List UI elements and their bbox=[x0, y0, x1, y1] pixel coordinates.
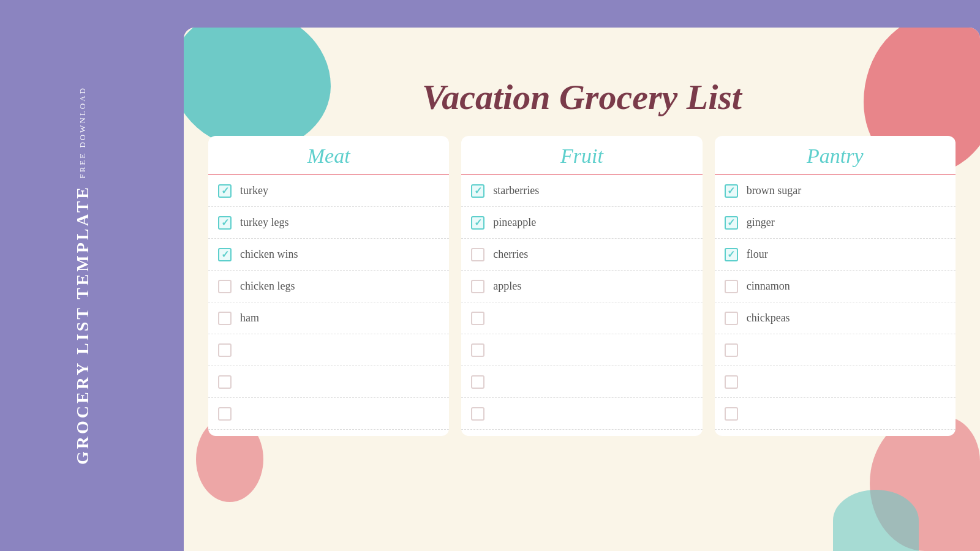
list-item: apples bbox=[461, 271, 702, 302]
checkbox-fruit-1[interactable]: ✓ bbox=[471, 216, 484, 230]
empty-row bbox=[461, 302, 702, 334]
item-text-pantry-2: flour bbox=[747, 248, 768, 261]
checkbox-meat-5[interactable] bbox=[218, 343, 232, 357]
meat-column: Meat ✓ turkey ✓ turkey legs ✓ chicken wi… bbox=[208, 136, 449, 436]
empty-row bbox=[461, 398, 702, 430]
empty-row bbox=[715, 398, 956, 430]
checkbox-meat-7[interactable] bbox=[218, 407, 232, 421]
list-item: ✓ turkey bbox=[208, 175, 449, 207]
columns-container: Meat ✓ turkey ✓ turkey legs ✓ chicken wi… bbox=[184, 136, 980, 436]
item-text-fruit-3: apples bbox=[493, 280, 521, 293]
checkmark-icon: ✓ bbox=[474, 185, 482, 197]
list-item: ✓ starberries bbox=[461, 175, 702, 207]
list-item: cinnamon bbox=[715, 271, 956, 302]
item-text-meat-2: chicken wins bbox=[240, 248, 298, 261]
checkbox-fruit-0[interactable]: ✓ bbox=[471, 184, 484, 198]
checkbox-meat-6[interactable] bbox=[218, 375, 232, 389]
empty-row bbox=[715, 334, 956, 366]
list-item: chicken legs bbox=[208, 271, 449, 302]
list-item: ham bbox=[208, 302, 449, 334]
list-item: ✓ ginger bbox=[715, 207, 956, 239]
checkmark-icon: ✓ bbox=[221, 185, 229, 197]
checkmark-icon: ✓ bbox=[727, 217, 735, 228]
checkbox-fruit-6[interactable] bbox=[471, 375, 484, 389]
checkbox-fruit-4[interactable] bbox=[471, 312, 484, 325]
checkbox-meat-2[interactable]: ✓ bbox=[218, 248, 232, 261]
blob-teal-bottom-right bbox=[833, 490, 919, 551]
checkbox-pantry-2[interactable]: ✓ bbox=[725, 248, 738, 261]
checkmark-icon: ✓ bbox=[727, 249, 735, 260]
list-item: ✓ turkey legs bbox=[208, 207, 449, 239]
checkmark-icon: ✓ bbox=[727, 185, 735, 197]
item-text-pantry-1: ginger bbox=[747, 216, 775, 229]
list-item: ✓ chicken wins bbox=[208, 239, 449, 271]
empty-row bbox=[715, 366, 956, 398]
item-text-pantry-3: cinnamon bbox=[747, 280, 790, 293]
checkbox-fruit-5[interactable] bbox=[471, 343, 484, 357]
item-text-meat-3: chicken legs bbox=[240, 280, 295, 293]
list-item: ✓ flour bbox=[715, 239, 956, 271]
item-text-meat-4: ham bbox=[240, 312, 259, 324]
item-text-meat-1: turkey legs bbox=[240, 216, 288, 229]
sidebar-main-label: GROCERY LIST TEMPLATE bbox=[73, 185, 92, 465]
checkbox-fruit-3[interactable] bbox=[471, 280, 484, 293]
meat-header: Meat bbox=[208, 136, 449, 174]
sidebar-top-label: FREE DOWNLOAD bbox=[78, 86, 88, 179]
checkbox-fruit-7[interactable] bbox=[471, 407, 484, 421]
checkbox-pantry-7[interactable] bbox=[725, 407, 738, 421]
checkbox-pantry-6[interactable] bbox=[725, 375, 738, 389]
empty-row bbox=[208, 398, 449, 430]
checkmark-icon: ✓ bbox=[221, 249, 229, 260]
checkbox-pantry-0[interactable]: ✓ bbox=[725, 184, 738, 198]
empty-row bbox=[461, 334, 702, 366]
fruit-column: Fruit ✓ starberries ✓ pineapple cherries… bbox=[461, 136, 702, 436]
checkbox-meat-1[interactable]: ✓ bbox=[218, 216, 232, 230]
checkbox-meat-0[interactable]: ✓ bbox=[218, 184, 232, 198]
item-text-pantry-4: chickpeas bbox=[747, 312, 790, 324]
checkbox-pantry-3[interactable] bbox=[725, 280, 738, 293]
checkbox-fruit-2[interactable] bbox=[471, 248, 484, 261]
list-item: chickpeas bbox=[715, 302, 956, 334]
main-area: Vacation Grocery List Meat ✓ turkey ✓ tu… bbox=[165, 0, 980, 551]
empty-row bbox=[208, 366, 449, 398]
checkbox-pantry-5[interactable] bbox=[725, 343, 738, 357]
checkbox-meat-3[interactable] bbox=[218, 280, 232, 293]
empty-row bbox=[208, 334, 449, 366]
checkbox-meat-4[interactable] bbox=[218, 312, 232, 325]
item-text-fruit-0: starberries bbox=[493, 184, 539, 197]
page-title: Vacation Grocery List bbox=[184, 28, 980, 136]
empty-row bbox=[461, 366, 702, 398]
checkbox-pantry-4[interactable] bbox=[725, 312, 738, 325]
sidebar: FREE DOWNLOAD GROCERY LIST TEMPLATE bbox=[0, 0, 165, 551]
document-card: Vacation Grocery List Meat ✓ turkey ✓ tu… bbox=[184, 28, 980, 551]
checkmark-icon: ✓ bbox=[221, 217, 229, 228]
pantry-header: Pantry bbox=[715, 136, 956, 174]
item-text-pantry-0: brown sugar bbox=[747, 184, 801, 197]
item-text-meat-0: turkey bbox=[240, 184, 268, 197]
list-item: cherries bbox=[461, 239, 702, 271]
item-text-fruit-1: pineapple bbox=[493, 216, 536, 229]
checkmark-icon: ✓ bbox=[474, 217, 482, 228]
checkbox-pantry-1[interactable]: ✓ bbox=[725, 216, 738, 230]
item-text-fruit-2: cherries bbox=[493, 248, 528, 261]
pantry-column: Pantry ✓ brown sugar ✓ ginger ✓ flour ci… bbox=[715, 136, 956, 436]
fruit-header: Fruit bbox=[461, 136, 702, 174]
list-item: ✓ pineapple bbox=[461, 207, 702, 239]
list-item: ✓ brown sugar bbox=[715, 175, 956, 207]
